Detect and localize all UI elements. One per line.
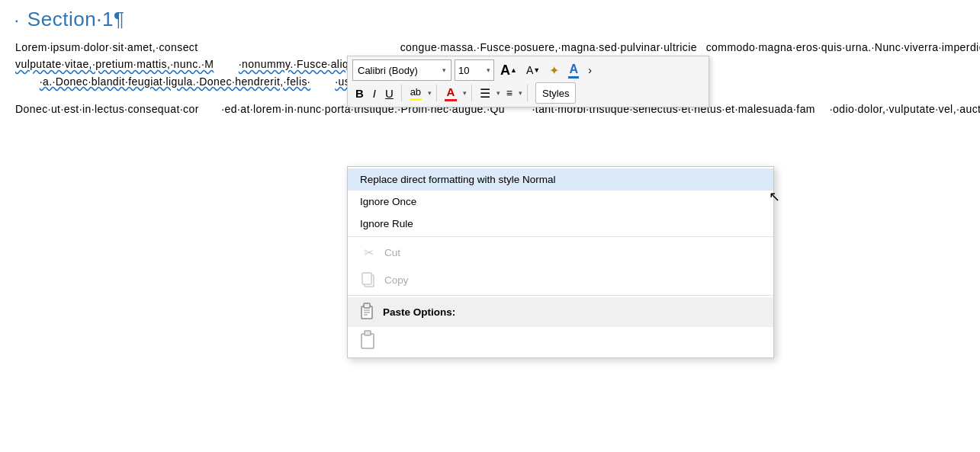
paste-options-item[interactable]: Paste Options:	[348, 297, 773, 327]
font-color-button[interactable]: A	[565, 59, 582, 81]
font-color-dropdown-icon[interactable]: ▾	[463, 89, 467, 97]
toolbar-separator-2	[436, 85, 437, 101]
paste-icon	[360, 303, 375, 322]
toolbar-row-2: B I U ab ▾ A ▾ ☰ ▾ ≡	[352, 82, 704, 104]
italic-button[interactable]: I	[370, 82, 379, 104]
toolbar-row-1: Calibri (Body) ▾ 10 ▾ A▲ A▼ ✦ A ›	[352, 59, 704, 81]
copy-item: Copy	[348, 266, 773, 293]
svg-rect-7	[361, 334, 374, 348]
numbering-button[interactable]: ≡	[503, 82, 516, 104]
cut-icon: ✂	[360, 244, 377, 261]
underline-button[interactable]: U	[382, 82, 397, 104]
bullet-icon: ▪	[15, 17, 18, 25]
font-family-select[interactable]: Calibri (Body) ▾	[352, 59, 451, 81]
paragraph-1: Lorem·ipsum·dolor·sit·amet,·consectetuer…	[15, 39, 965, 56]
mouse-cursor: ↖	[769, 190, 780, 204]
context-menu-separator-2	[348, 295, 773, 296]
toolbar-separator	[401, 85, 402, 101]
font-color-a-button[interactable]: A	[442, 82, 460, 104]
replace-formatting-item[interactable]: Replace direct formatting with style Nor…	[348, 168, 773, 191]
clear-formatting-button[interactable]: ✦	[546, 59, 562, 81]
toolbar-separator-3	[471, 85, 472, 101]
styles-button[interactable]: Styles	[535, 82, 576, 104]
section-title: ▪ Section·1¶	[15, 8, 965, 31]
svg-rect-3	[364, 303, 370, 308]
context-menu: Replace direct formatting with style Nor…	[347, 166, 774, 358]
bold-button[interactable]: B	[352, 82, 367, 104]
bullets-button[interactable]: ☰	[477, 82, 493, 104]
svg-rect-1	[362, 273, 371, 284]
context-menu-separator-1	[348, 236, 773, 237]
copy-icon	[360, 271, 377, 288]
decrease-font-size-button[interactable]: A▼	[523, 59, 543, 81]
highlight-dropdown-icon[interactable]: ▾	[428, 89, 432, 97]
highlight-color-button[interactable]: ab	[406, 82, 425, 104]
increase-font-size-button[interactable]: A▲	[497, 59, 520, 81]
numbering-dropdown-icon[interactable]: ▾	[519, 89, 522, 97]
bullets-dropdown-icon[interactable]: ▾	[496, 89, 500, 97]
chevron-down-icon: ▾	[442, 66, 446, 74]
paste-clipboard-icon	[360, 332, 377, 348]
font-size-select[interactable]: 10 ▾	[455, 59, 494, 81]
cut-item: ✂ Cut	[348, 239, 773, 266]
format-arrow-button[interactable]: ›	[585, 59, 595, 81]
mini-toolbar: Calibri (Body) ▾ 10 ▾ A▲ A▼ ✦ A › B I	[347, 56, 709, 107]
toolbar-separator-4	[527, 85, 528, 101]
svg-rect-8	[365, 331, 371, 335]
ignore-rule-item[interactable]: Ignore Rule	[348, 213, 773, 235]
chevron-down-icon: ▾	[487, 66, 490, 74]
paste-icon-row[interactable]	[348, 327, 773, 356]
ignore-once-item[interactable]: Ignore Once	[348, 191, 773, 213]
